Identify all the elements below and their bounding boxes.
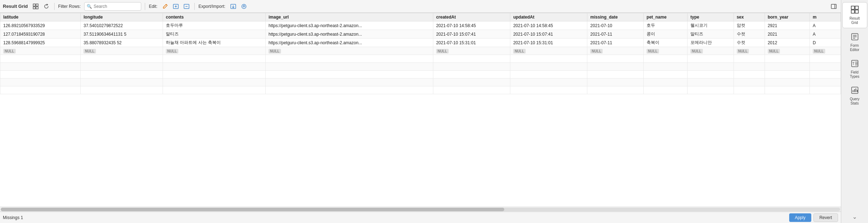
- cell-sex[interactable]: NULL: [734, 47, 765, 55]
- cell-type[interactable]: 웰시코기: [688, 21, 734, 30]
- svg-rect-17: [855, 10, 858, 13]
- cell-m[interactable]: NULL: [810, 47, 841, 55]
- col-missing_date: missing_date: [587, 13, 644, 21]
- cell-image_url[interactable]: https://petguru-client.s3.ap-northeast-2…: [265, 30, 433, 39]
- table-row[interactable]: 127.0718459319072837.51190634641131 5말티즈…: [0, 30, 841, 39]
- cell-contents[interactable]: 호두마루: [163, 21, 266, 30]
- separator-2: [145, 3, 145, 10]
- cell-type[interactable]: NULL: [688, 47, 734, 55]
- cell-image_url[interactable]: https://petguru-client.s3.ap-northeast-2…: [265, 39, 433, 47]
- refresh-button[interactable]: [42, 3, 51, 10]
- cell-sex[interactable]: 수컷: [734, 30, 765, 39]
- result-grid-label: ResultGrid: [849, 16, 859, 25]
- cell-pet_name[interactable]: 축복이: [644, 39, 688, 47]
- cell-born_year[interactable]: NULL: [765, 47, 810, 55]
- sidebar-item-field-types[interactable]: T FieldTypes: [842, 56, 867, 82]
- cell-latitude[interactable]: 126.89210567933529: [0, 21, 81, 30]
- export-label: Export/Import:: [198, 4, 225, 9]
- cell-m[interactable]: A: [810, 30, 841, 39]
- grid-scroll[interactable]: latitude longitude contents image_url cr…: [0, 13, 841, 207]
- cell-born_year[interactable]: 2012: [765, 39, 810, 47]
- cell-longitude[interactable]: 37.51190634641131 5: [81, 30, 163, 39]
- cell-missing_date[interactable]: 2021-07-11: [587, 39, 644, 47]
- cell-longitude[interactable]: 37.54010279872522: [81, 21, 163, 30]
- cell-createdAt[interactable]: 2021-07-10 15:07:41: [433, 30, 510, 39]
- cell-sex[interactable]: 암컷: [734, 21, 765, 30]
- cell-updatedAt[interactable]: 2021-07-10 14:58:45: [510, 21, 587, 30]
- svg-rect-0: [33, 4, 35, 6]
- cell-latitude[interactable]: 128.59688147999925: [0, 39, 81, 47]
- cell-pet_name[interactable]: NULL: [644, 47, 688, 55]
- cell-type[interactable]: 말티즈: [688, 30, 734, 39]
- sidebar-expand-button[interactable]: ⌄: [844, 212, 866, 222]
- edit-label: Edit:: [149, 4, 157, 9]
- sidebar-item-form-editor[interactable]: FormEditor: [842, 30, 867, 55]
- cell-longitude[interactable]: NULL: [81, 47, 163, 55]
- cell-updatedAt[interactable]: 2021-07-10 15:31:01: [510, 39, 587, 47]
- edit-add-button[interactable]: [172, 3, 180, 10]
- table-row[interactable]: 126.8921056793352937.54010279872522호두마루h…: [0, 21, 841, 30]
- export-button[interactable]: [229, 3, 238, 10]
- separator-1: [54, 3, 55, 10]
- collapse-sidebar-button[interactable]: [829, 3, 838, 10]
- cell-pet_name[interactable]: 호두: [644, 21, 688, 30]
- cell-contents[interactable]: NULL: [163, 47, 266, 55]
- cell-createdAt[interactable]: NULL: [433, 47, 510, 55]
- cell-pet_name[interactable]: 콩이: [644, 30, 688, 39]
- cell-m[interactable]: A: [810, 21, 841, 30]
- sidebar-item-query-stats[interactable]: QueryStats: [842, 83, 867, 108]
- result-grid-icon: [851, 5, 859, 16]
- revert-button[interactable]: Revert: [813, 213, 838, 222]
- svg-rect-16: [851, 10, 854, 13]
- cell-updatedAt[interactable]: 2021-07-10 15:07:41: [510, 30, 587, 39]
- empty-row: [0, 71, 841, 78]
- col-pet_name: pet_name: [644, 13, 688, 21]
- cell-createdAt[interactable]: 2021-07-10 14:58:45: [433, 21, 510, 30]
- sidebar-item-result-grid[interactable]: ResultGrid: [842, 2, 867, 28]
- cell-type[interactable]: 포메라니안: [688, 39, 734, 47]
- cell-createdAt[interactable]: 2021-07-10 15:31:01: [433, 39, 510, 47]
- cell-sex[interactable]: 수컷: [734, 39, 765, 47]
- import-button[interactable]: [240, 3, 248, 10]
- table-row[interactable]: NULLNULLNULLNULLNULLNULLNULLNULLNULLNULL…: [0, 47, 841, 55]
- cell-latitude[interactable]: 127.07184593190728: [0, 30, 81, 39]
- cell-missing_date[interactable]: NULL: [587, 47, 644, 55]
- cell-latitude[interactable]: NULL: [0, 47, 81, 55]
- col-type: type: [688, 13, 734, 21]
- edit-delete-button[interactable]: [182, 3, 191, 10]
- table-row[interactable]: 128.5968814799992535.88078932435 52하늘채 아…: [0, 39, 841, 47]
- status-buttons: Apply Revert: [789, 213, 838, 222]
- svg-rect-15: [855, 6, 858, 9]
- cell-longitude[interactable]: 35.88078932435 52: [81, 39, 163, 47]
- field-types-label: FieldTypes: [850, 70, 859, 79]
- apply-button[interactable]: Apply: [789, 213, 811, 222]
- svg-text:T: T: [852, 62, 854, 66]
- cell-contents[interactable]: 말티즈: [163, 30, 266, 39]
- grid-layout-button[interactable]: [31, 3, 40, 10]
- cell-missing_date[interactable]: 2021-07-11: [587, 30, 644, 39]
- svg-rect-14: [851, 6, 854, 9]
- cell-m[interactable]: D: [810, 39, 841, 47]
- cell-missing_date[interactable]: 2021-07-10: [587, 21, 644, 30]
- header-row: latitude longitude contents image_url cr…: [0, 13, 841, 21]
- col-createdAt: createdAt: [433, 13, 510, 21]
- svg-rect-1: [36, 4, 38, 6]
- form-editor-label: FormEditor: [850, 44, 859, 52]
- search-icon: 🔍: [87, 4, 92, 9]
- scrollbar-track[interactable]: [1, 208, 840, 211]
- col-sex: sex: [734, 13, 765, 21]
- cell-image_url[interactable]: NULL: [265, 47, 433, 55]
- cell-born_year[interactable]: 2921: [765, 21, 810, 30]
- search-box[interactable]: 🔍: [84, 2, 141, 11]
- cell-updatedAt[interactable]: NULL: [510, 47, 587, 55]
- empty-row: [0, 63, 841, 71]
- empty-row: [0, 86, 841, 94]
- cell-contents[interactable]: 하늘채 아파트에 사는 축복이: [163, 39, 266, 47]
- search-input[interactable]: [93, 4, 140, 9]
- cell-born_year[interactable]: 2021: [765, 30, 810, 39]
- cell-image_url[interactable]: https://petguru-client.s3.ap-northeast-2…: [265, 21, 433, 30]
- separator-3: [194, 3, 195, 10]
- scrollbar-thumb[interactable]: [1, 208, 504, 211]
- edit-pencil-button[interactable]: [161, 3, 169, 10]
- horizontal-scrollbar[interactable]: [0, 207, 841, 212]
